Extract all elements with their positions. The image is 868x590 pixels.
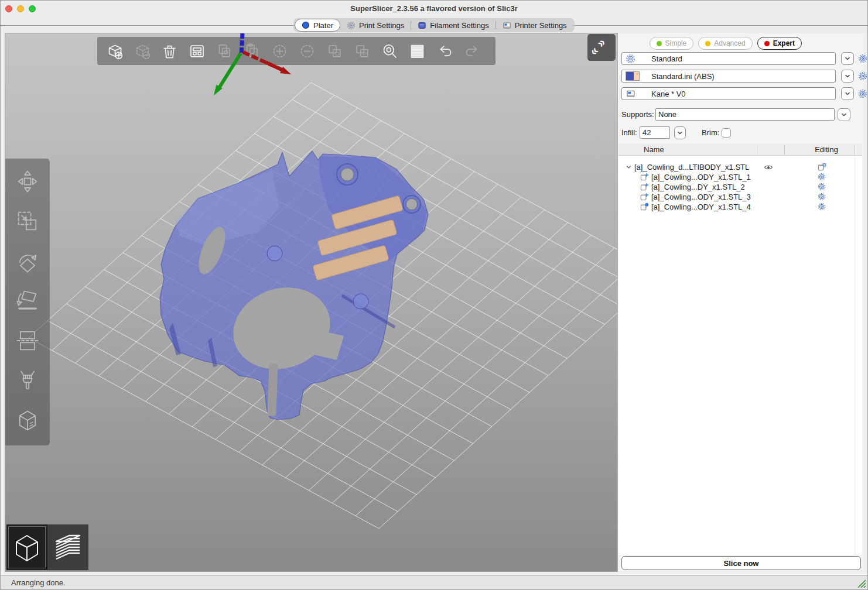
variable-layer-height-button[interactable] [405,39,429,63]
world-axes-gizmo [209,33,303,101]
editing-column-header[interactable]: Editing [800,143,853,156]
mode-simple-button[interactable]: Simple [650,37,694,50]
collapse-sidebar-button[interactable]: » « [587,34,616,61]
search-button[interactable] [377,39,402,63]
filament-preset-dropdown-button[interactable] [841,70,854,83]
print-preset-combo[interactable]: Standard [621,52,836,65]
infill-dropdown-button[interactable] [674,126,686,139]
object-row[interactable]: [a]_Cowling_d...LTIBODY_x1.STL [618,162,862,172]
supports-label: Supports: [621,108,654,121]
advanced-mode-dot-icon [705,41,710,46]
tab-label: Print Settings [359,21,404,30]
part-name[interactable]: [a]_Cowling...DY_x1.STL_2 [651,182,745,192]
preview-view-button[interactable] [47,524,88,570]
title-bar: SuperSlicer_2.3.56 a flavored version of… [1,1,867,17]
object-name[interactable]: [a]_Cowling_d...LTIBODY_x1.STL [634,162,749,172]
3d-scene[interactable] [5,33,617,571]
chevron-down-icon [844,73,851,80]
filament-preset-combo[interactable]: Standard.ini (ABS) [621,70,836,83]
filament-settings-icon [418,21,426,30]
3d-editor-view-button[interactable] [6,524,47,570]
chevron-down-icon [840,111,848,118]
right-sidebar: Simple Advanced Expert Standard [617,33,864,571]
chevrons-left-icon: « [587,44,600,57]
tab-printer-settings[interactable]: Printer Settings [496,19,573,32]
column-separator[interactable] [784,145,785,154]
expand-chevron-icon[interactable] [626,164,632,170]
chevron-down-icon [844,90,851,97]
cut-gizmo-button[interactable] [14,327,41,354]
move-gizmo-button[interactable] [14,168,41,195]
printer-icon [626,89,641,98]
part-row[interactable]: [a]_Cowling...DY_x1.STL_2 [618,182,862,192]
part-row[interactable]: [a]_Cowling...ODY_x1.STL_1 [618,172,862,182]
svg-text:P: P [363,50,367,56]
printer-preset-dropdown-button[interactable] [841,87,854,100]
tab-print-settings[interactable]: Print Settings [340,19,411,32]
part-settings-gear-icon[interactable] [818,193,826,201]
print-settings-gear-button[interactable] [858,54,867,63]
mode-label: Advanced [714,39,745,47]
mode-advanced-button[interactable]: Advanced [698,37,752,50]
part-row[interactable]: [a]_Cowling...ODY_x1.STL_3 [618,192,862,202]
printer-preset-value: Kane * V0 [651,90,686,98]
infill-input[interactable] [640,126,670,139]
scale-gizmo-button[interactable] [14,208,41,235]
part-plus-icon [640,173,649,181]
chevrons-right-icon: » [594,36,607,49]
slice-now-button[interactable]: Slice now [621,556,861,570]
part-plus-icon [640,193,649,201]
filament-preset-value: Standard.ini (ABS) [651,72,715,81]
seam-gizmo-button[interactable] [14,407,41,434]
svg-text:O: O [334,50,339,56]
part-name[interactable]: [a]_Cowling...ODY_x1.STL_3 [651,192,751,202]
part-name[interactable]: [a]_Cowling...ODY_x1.STL_4 [651,202,751,212]
split-to-objects-button[interactable]: O [322,39,347,63]
eye-icon[interactable] [764,163,773,172]
undo-button[interactable] [432,39,457,63]
part-row[interactable]: [a]_Cowling...ODY_x1.STL_4 [618,202,862,212]
resize-grip[interactable] [857,579,866,588]
arrange-button[interactable] [184,39,209,63]
tab-filament-settings[interactable]: Filament Settings [411,19,495,32]
part-settings-gear-icon[interactable] [818,183,826,191]
column-separator[interactable] [855,145,855,154]
tab-label: Printer Settings [515,21,567,30]
model-cowling[interactable] [160,151,428,420]
filament-settings-gear-button[interactable] [858,71,867,81]
part-settings-gear-icon[interactable] [818,203,826,211]
status-bar: Arranging done. [1,575,867,589]
object-settings-icon[interactable] [818,163,826,171]
part-settings-gear-icon[interactable] [818,173,826,181]
remove-object-button[interactable] [129,39,154,63]
name-column-header[interactable]: Name [644,143,664,156]
redo-button[interactable] [460,39,484,63]
add-object-button[interactable] [102,39,127,63]
tab-label: Filament Settings [430,21,488,30]
tab-label: Plater [313,21,333,30]
gear-icon [858,89,867,98]
place-on-face-gizmo-button[interactable] [14,287,41,314]
3d-viewport[interactable]: O P » « [5,33,617,571]
part-plus-icon [640,183,649,191]
printer-settings-gear-button[interactable] [858,89,867,98]
split-to-parts-button[interactable]: P [350,39,374,63]
chevron-down-icon [844,55,851,62]
object-list-header: Name Editing [618,143,862,156]
gear-icon [858,54,867,63]
mode-label: Expert [773,39,795,47]
supports-dropdown-button[interactable] [838,108,850,121]
delete-all-button[interactable] [157,39,182,63]
tab-plater[interactable]: Plater [295,19,340,32]
part-name[interactable]: [a]_Cowling...ODY_x1.STL_1 [651,172,751,182]
paint-supports-gizmo-button[interactable] [14,367,41,394]
print-preset-dropdown-button[interactable] [841,52,854,65]
supports-input[interactable] [655,108,835,121]
tab-group: Plater Print Settings Filament Settings … [293,18,575,32]
print-preset-value: Standard [651,54,682,63]
column-separator[interactable] [757,145,757,154]
rotate-gizmo-button[interactable] [14,248,41,275]
brim-checkbox[interactable] [722,128,731,138]
printer-preset-combo[interactable]: Kane * V0 [621,87,836,100]
mode-expert-button[interactable]: Expert [757,37,802,50]
